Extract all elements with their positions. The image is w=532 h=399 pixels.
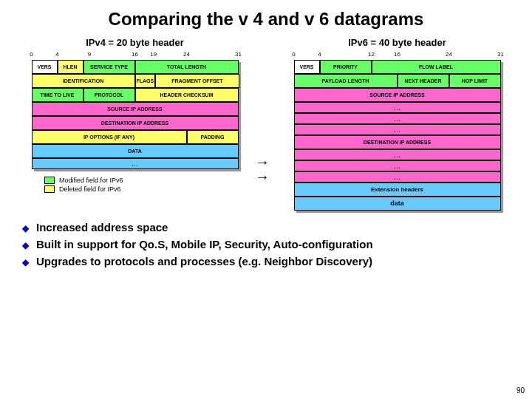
field-vers: VERS — [32, 60, 58, 74]
tick: 12 — [368, 51, 375, 58]
field-options: IP OPTIONS (IF ANY) — [32, 130, 187, 144]
field-extension-headers: Extension headers — [294, 183, 501, 197]
slide-number: 90 — [516, 386, 525, 395]
bullet-text: Built in support for Qo.S, Mobile IP, Se… — [36, 238, 373, 250]
legend-label: Deleted field for IPv6 — [59, 185, 121, 193]
field-payload-length: PAYLOAD LENGTH — [294, 74, 398, 88]
field-total-length: TOTAL LENGTH — [135, 60, 239, 74]
arrow-icon: → — [255, 168, 270, 185]
field-flow-label: FLOW LABEL — [372, 60, 501, 74]
legend-color-box — [44, 185, 55, 193]
legend-label: Modified field for IPv6 — [59, 177, 123, 184]
ellipsis: … — [32, 158, 239, 169]
field-checksum: HEADER CHECKSUM — [135, 88, 239, 102]
ipv6-column: IPv6 = 40 byte header 0 4 12 16 24 31 VE… — [277, 35, 517, 211]
tick: 31 — [235, 51, 242, 58]
ellipsis: … — [294, 160, 501, 171]
field-dst-ip: DESTINATION IP ADDRESS — [32, 116, 239, 130]
field-src-ip: SOURCE IP ADDRESS — [32, 102, 239, 116]
field-flags: FLAGS — [135, 74, 156, 88]
tick: 9 — [88, 51, 91, 58]
field-fragment-offset: FRAGMENT OFFSET — [155, 74, 239, 88]
tick: 19 — [150, 51, 157, 58]
legend-color-box — [44, 177, 55, 184]
tick: 24 — [183, 51, 190, 58]
field-padding: PADDING — [187, 130, 239, 144]
tick: 24 — [446, 51, 452, 58]
bullet-text: Upgrades to protocols and processes (e.g… — [36, 255, 372, 267]
field-src-ip: SOURCE IP ADDRESS — [294, 88, 501, 102]
tick: 16 — [394, 51, 400, 58]
tick: 0 — [292, 51, 295, 58]
bullet-item: Increased address space — [22, 221, 510, 233]
field-vers: VERS — [294, 60, 320, 74]
tick: 4 — [318, 51, 321, 58]
field-ttl: TIME TO LIVE — [32, 88, 83, 102]
bullet-text: Increased address space — [36, 221, 168, 233]
tick: 16 — [132, 51, 138, 58]
ipv6-subtitle: IPv6 = 40 byte header — [277, 37, 517, 48]
field-hlen: HLEN — [58, 60, 83, 74]
field-next-header: NEXT HEADER — [398, 74, 449, 88]
ellipsis: … — [294, 171, 501, 183]
field-protocol: PROTOCOL — [83, 88, 135, 102]
legend-deleted: Deleted field for IPv6 — [44, 185, 255, 193]
ellipsis: … — [294, 149, 501, 160]
tick: 31 — [497, 51, 504, 58]
ipv4-column: IPv4 = 20 byte header 0 4 9 16 19 24 31 … — [15, 35, 255, 211]
ipv4-bit-ticks: 0 4 9 16 19 24 31 — [32, 51, 239, 60]
field-hop-limit: HOP LIMIT — [449, 74, 501, 88]
slide-title: Comparing the v 4 and v 6 datagrams — [0, 0, 532, 35]
tick: 4 — [55, 51, 58, 58]
ipv6-bit-ticks: 0 4 12 16 24 31 — [294, 51, 501, 60]
bullet-list: Increased address space Built in support… — [22, 221, 510, 267]
legend: Modified field for IPv6 Deleted field fo… — [44, 177, 255, 193]
bullet-item: Built in support for Qo.S, Mobile IP, Se… — [22, 238, 510, 250]
ellipsis: … — [294, 124, 501, 135]
legend-modified: Modified field for IPv6 — [44, 177, 255, 184]
field-priority: PRIORITY — [320, 60, 372, 74]
field-service-type: SERVICE TYPE — [83, 60, 135, 74]
field-data: DATA — [32, 144, 239, 158]
ipv4-header: VERS HLEN SERVICE TYPE TOTAL LENGTH IDEN… — [32, 60, 239, 169]
bullet-item: Upgrades to protocols and processes (e.g… — [22, 255, 510, 267]
ipv6-header: VERS PRIORITY FLOW LABEL PAYLOAD LENGTH … — [294, 60, 501, 211]
ipv4-subtitle: IPv4 = 20 byte header — [15, 37, 255, 48]
field-data: data — [294, 197, 501, 211]
field-identification: IDENTIFICATION — [32, 74, 135, 88]
ellipsis: … — [294, 113, 501, 124]
ellipsis: … — [294, 102, 501, 113]
tick: 0 — [30, 51, 33, 58]
field-dst-ip: DESTINATION IP ADDRESS — [294, 135, 501, 149]
